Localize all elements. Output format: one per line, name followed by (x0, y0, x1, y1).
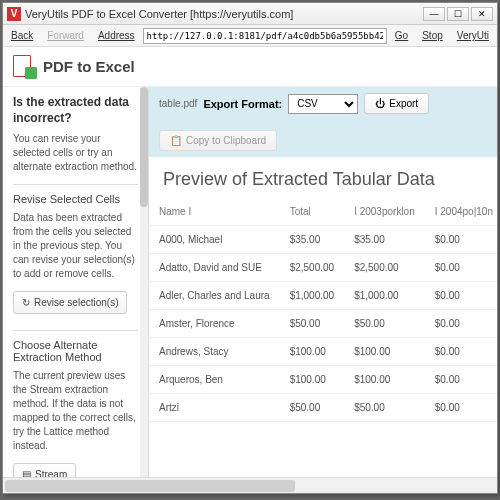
table-cell: $100.00 (344, 366, 425, 394)
table-cell: $35.00 (344, 226, 425, 254)
table-body: A000, Michael$35.00$35.00$0.00$35.0Adatt… (149, 226, 497, 422)
table-row[interactable]: Adatto, David and SUE$2,500.00$2,500.00$… (149, 254, 497, 282)
column-header: Total (280, 198, 345, 226)
divider (13, 184, 138, 185)
table-cell: $50.00 (280, 394, 345, 422)
app-icon: V (7, 7, 21, 21)
export-label: Export (389, 98, 418, 109)
back-button[interactable]: Back (5, 27, 39, 44)
column-header: I 2003porklon (344, 198, 425, 226)
revise-selection-label: Revise selection(s) (34, 297, 118, 308)
table-cell: $0.00 (425, 226, 497, 254)
copy-clipboard-button[interactable]: 📋 Copy to Clipboard (159, 130, 277, 151)
table-cell: $2,500.00 (280, 254, 345, 282)
sidebar-question-body: You can revise your selected cells or tr… (13, 132, 138, 174)
window-title: VeryUtils PDF to Excel Converter [https:… (25, 8, 423, 20)
revise-body: Data has been extracted from the cells y… (13, 211, 138, 281)
table-cell: $100.00 (280, 366, 345, 394)
table-row[interactable]: Amster, Florence$50.00$50.00$0.00$50.0 (149, 310, 497, 338)
format-label: Export Format: (203, 98, 282, 110)
table-row[interactable]: Arqueros, Ben$100.00$100.00$0.00$100 (149, 366, 497, 394)
sidebar-question-title: Is the extracted data incorrect? (13, 95, 138, 126)
table-cell: $0.00 (425, 254, 497, 282)
app-window: V VeryUtils PDF to Excel Converter [http… (2, 2, 498, 494)
go-button[interactable]: Go (389, 27, 414, 44)
table-cell: $2,500.00 (344, 254, 425, 282)
table-row[interactable]: A000, Michael$35.00$35.00$0.00$35.0 (149, 226, 497, 254)
table-cell: $0.00 (425, 282, 497, 310)
table-cell: Adler, Charles and Laura (149, 282, 280, 310)
minimize-button[interactable]: — (423, 7, 445, 21)
sidebar-scrollbar[interactable] (140, 87, 148, 477)
stop-button[interactable]: Stop (416, 27, 449, 44)
page-content: PDF to Excel Is the extracted data incor… (3, 47, 497, 493)
table-scroll[interactable]: Name ITotalI 2003porklonI 2004po|10ntota… (149, 198, 497, 477)
data-table: Name ITotalI 2003porklonI 2004po|10ntota… (149, 198, 497, 422)
table-cell: Andrews, Stacy (149, 338, 280, 366)
table-cell: $100.00 (280, 338, 345, 366)
pdf-excel-icon (13, 55, 37, 79)
table-cell: $35.00 (280, 226, 345, 254)
close-button[interactable]: ✕ (471, 7, 493, 21)
export-button[interactable]: ⏻ Export (364, 93, 429, 114)
table-cell: Artzi (149, 394, 280, 422)
maximize-button[interactable]: ☐ (447, 7, 469, 21)
table-cell: Adatto, David and SUE (149, 254, 280, 282)
brand-link[interactable]: VeryUti (451, 27, 495, 44)
table-cell: $50.00 (280, 310, 345, 338)
table-row[interactable]: Andrews, Stacy$100.00$100.00$0.00$100 (149, 338, 497, 366)
titlebar: V VeryUtils PDF to Excel Converter [http… (3, 3, 497, 25)
table-cell: $1,000.00 (344, 282, 425, 310)
page-header: PDF to Excel (3, 47, 497, 87)
clipboard-icon: 📋 (170, 135, 182, 146)
filename-label: table.pdf (159, 98, 197, 109)
refresh-icon: ↻ (22, 297, 30, 308)
main-panel: table.pdf Export Format: CSV ⏻ Export 📋 … (149, 87, 497, 477)
format-select[interactable]: CSV (288, 94, 358, 114)
table-cell: Amster, Florence (149, 310, 280, 338)
list-icon: ▤ (22, 469, 31, 477)
stream-method-button[interactable]: ▤ Stream (13, 463, 76, 477)
export-controls: table.pdf Export Format: CSV ⏻ Export 📋 … (149, 87, 497, 157)
stream-method-label: Stream (35, 469, 67, 477)
sidebar: Is the extracted data incorrect? You can… (3, 87, 149, 477)
table-cell: Arqueros, Ben (149, 366, 280, 394)
sidebar-scroll-thumb[interactable] (140, 87, 148, 207)
divider (13, 330, 138, 331)
table-cell: $100.00 (344, 338, 425, 366)
table-cell: $50.00 (344, 310, 425, 338)
address-input[interactable] (143, 28, 387, 44)
revise-selection-button[interactable]: ↻ Revise selection(s) (13, 291, 127, 314)
column-header: I 2004po|10n (425, 198, 497, 226)
horizontal-scroll-thumb[interactable] (5, 480, 295, 492)
table-cell: A000, Michael (149, 226, 280, 254)
table-header-row: Name ITotalI 2003porklonI 2004po|10ntota… (149, 198, 497, 226)
page-title: PDF to Excel (43, 58, 135, 75)
window-controls: — ☐ ✕ (423, 7, 493, 21)
table-cell: $50.00 (344, 394, 425, 422)
table-cell: $0.00 (425, 366, 497, 394)
table-cell: $1,000.00 (280, 282, 345, 310)
nav-toolbar: Back Forward Address Go Stop VeryUti (3, 25, 497, 47)
revise-title: Revise Selected Cells (13, 193, 138, 205)
table-row[interactable]: Artzi$50.00$50.00$0.00$50.0 (149, 394, 497, 422)
table-cell: $0.00 (425, 338, 497, 366)
column-header: Name I (149, 198, 280, 226)
table-cell: $0.00 (425, 310, 497, 338)
horizontal-scrollbar[interactable] (3, 477, 497, 493)
body-row: Is the extracted data incorrect? You can… (3, 87, 497, 477)
power-icon: ⏻ (375, 98, 385, 109)
preview-heading: Preview of Extracted Tabular Data (149, 157, 497, 198)
alt-method-body: The current preview uses the Stream extr… (13, 369, 138, 453)
alt-method-title: Choose Alternate Extraction Method (13, 339, 138, 363)
table-row[interactable]: Adler, Charles and Laura$1,000.00$1,000.… (149, 282, 497, 310)
table-cell: $0.00 (425, 394, 497, 422)
forward-button: Forward (41, 27, 90, 44)
address-label: Address (92, 27, 141, 44)
copy-clipboard-label: Copy to Clipboard (186, 135, 266, 146)
